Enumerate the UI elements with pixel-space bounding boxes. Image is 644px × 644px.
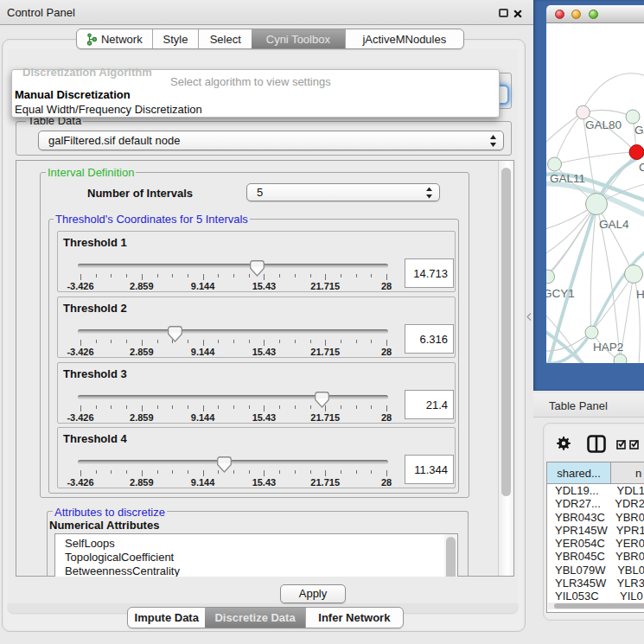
svg-text:GAL11: GAL11 — [550, 172, 585, 185]
svg-text:GA: GA — [634, 124, 644, 137]
svg-text:GAL80: GAL80 — [585, 118, 622, 131]
svg-text:GAL4: GAL4 — [599, 218, 629, 231]
svg-text:HAP2: HAP2 — [593, 341, 623, 354]
svg-text:GCY1: GCY1 — [546, 287, 575, 300]
svg-text:C: C — [639, 161, 644, 174]
svg-text:H: H — [636, 288, 644, 301]
